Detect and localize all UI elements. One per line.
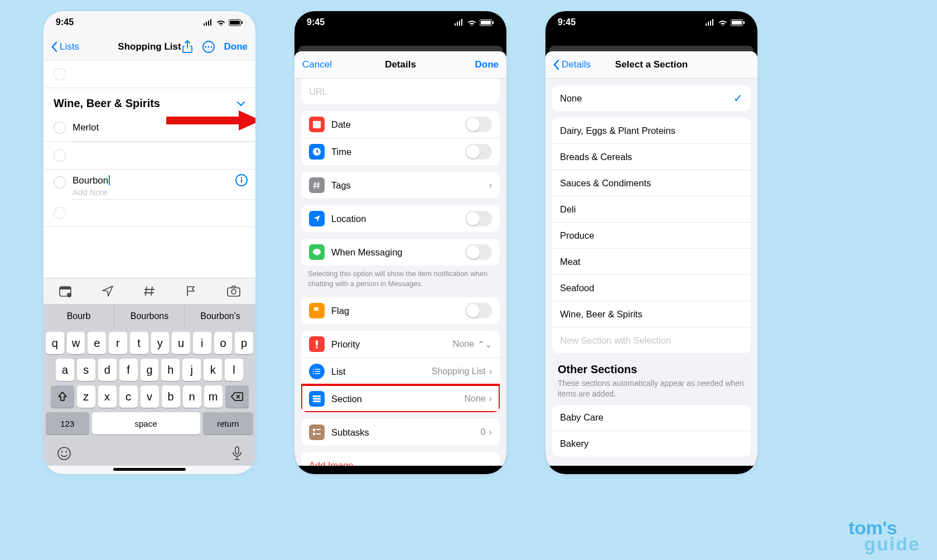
key-e[interactable]: e (88, 332, 106, 354)
section-option[interactable]: Dairy, Eggs & Plant Proteins (552, 118, 751, 143)
more-icon[interactable] (202, 40, 215, 54)
svg-point-4 (205, 46, 206, 48)
key-c[interactable]: c (119, 385, 138, 408)
key-x[interactable]: x (98, 385, 117, 408)
key-v[interactable]: v (141, 385, 159, 408)
editing-item[interactable]: Bourbon Add Note (44, 170, 255, 199)
dictation-icon[interactable] (232, 446, 242, 461)
section-option[interactable]: Meat (552, 248, 751, 274)
key-n[interactable]: n (183, 385, 201, 408)
section-option[interactable]: Deli (552, 196, 751, 222)
key-y[interactable]: y (151, 332, 170, 354)
svg-rect-2 (242, 21, 243, 24)
section-option[interactable]: Wine, Beer & Spirits (552, 301, 751, 327)
svg-rect-19 (235, 447, 239, 454)
camera-icon[interactable] (227, 286, 240, 297)
section-option[interactable]: Breads & Cereals (552, 143, 751, 170)
svg-marker-10 (166, 110, 255, 131)
flag-row[interactable]: Flag (301, 297, 500, 324)
key-w[interactable]: w (67, 332, 85, 354)
add-image-row[interactable]: Add Image (301, 452, 500, 466)
other-section-option[interactable]: Bakery (552, 431, 751, 457)
return-key[interactable]: return (203, 412, 254, 435)
svg-point-13 (67, 293, 71, 297)
suggestion[interactable]: Bourbon's (185, 304, 255, 329)
toggle[interactable] (465, 211, 492, 226)
delete-key[interactable] (225, 385, 249, 408)
space-key[interactable]: space (92, 412, 200, 435)
toggle[interactable] (465, 303, 492, 318)
priority-row[interactable]: PriorityNone ⌃⌄ (301, 331, 500, 358)
key-d[interactable]: d (98, 359, 117, 381)
section-option[interactable]: Sauces & Condiments (552, 170, 751, 196)
toggle[interactable] (465, 144, 492, 160)
messaging-row[interactable]: When Messaging (301, 239, 500, 265)
location-icon[interactable] (102, 285, 114, 297)
key-a[interactable]: a (56, 359, 74, 381)
emoji-icon[interactable] (57, 446, 71, 461)
section-option[interactable]: Produce (552, 222, 751, 248)
svg-rect-32 (313, 398, 321, 400)
nav-bar: Lists Shopping List Done (44, 33, 255, 61)
flag-icon[interactable] (185, 285, 197, 297)
numbers-key[interactable]: 123 (46, 412, 89, 435)
key-z[interactable]: z (77, 385, 95, 408)
done-button[interactable]: Done (475, 59, 499, 70)
svg-point-28 (313, 369, 314, 370)
chevron-right-icon: › (489, 180, 492, 190)
suggestion[interactable]: Bourb (44, 304, 114, 329)
time-row[interactable]: Time (301, 138, 500, 165)
section-row[interactable]: SectionNone › (301, 385, 500, 412)
key-k[interactable]: k (204, 359, 222, 381)
svg-rect-26 (316, 340, 318, 346)
svg-rect-9 (241, 179, 242, 183)
empty-new-item[interactable] (44, 142, 255, 169)
key-h[interactable]: h (161, 359, 180, 381)
list-row[interactable]: ListShopping List › (301, 358, 500, 385)
subtasks-row[interactable]: Subtasks0 › (301, 419, 500, 446)
empty-new-item[interactable] (44, 61, 255, 88)
date-row[interactable]: Date (301, 111, 500, 138)
calendar-icon[interactable] (59, 285, 72, 297)
svg-point-6 (210, 46, 212, 48)
key-f[interactable]: f (119, 359, 138, 381)
section-option[interactable]: Seafood (552, 274, 751, 301)
url-field[interactable]: URL (301, 79, 500, 104)
share-icon[interactable] (182, 40, 193, 54)
keyboard: qwertyuiop asdfghjkl zxcvbnm 123 space r… (44, 329, 255, 441)
done-button[interactable]: Done (224, 41, 248, 52)
back-button[interactable]: Details (553, 59, 591, 70)
key-m[interactable]: m (204, 385, 223, 408)
toggle[interactable] (465, 244, 492, 260)
other-section-option[interactable]: Baby Care (552, 405, 751, 431)
tags-row[interactable]: Tags› (301, 172, 500, 199)
section-none[interactable]: None✓ (552, 85, 751, 111)
phone-select-section: 9:45 Details Select a Section No (545, 11, 757, 474)
key-g[interactable]: g (141, 359, 159, 381)
back-button[interactable]: Lists (51, 41, 79, 52)
key-t[interactable]: t (130, 332, 148, 354)
svg-point-29 (313, 371, 314, 372)
key-s[interactable]: s (77, 359, 95, 381)
hashtag-icon[interactable] (143, 285, 156, 297)
new-section: New Section with Selection (552, 327, 751, 353)
messaging-footer: Selecting this option will show the item… (294, 265, 506, 288)
key-r[interactable]: r (109, 332, 127, 354)
info-icon[interactable] (235, 174, 248, 186)
key-l[interactable]: l (225, 359, 243, 381)
location-row[interactable]: Location (301, 205, 500, 232)
other-sections-subtitle: These sections automatically appear as n… (545, 377, 757, 399)
key-o[interactable]: o (214, 332, 233, 354)
key-p[interactable]: p (235, 332, 253, 354)
key-u[interactable]: u (172, 332, 190, 354)
empty-new-item[interactable] (44, 200, 255, 226)
key-j[interactable]: j (182, 359, 201, 381)
toggle[interactable] (465, 117, 492, 132)
key-i[interactable]: i (193, 332, 211, 354)
suggestion[interactable]: Bourbons (114, 304, 185, 329)
key-q[interactable]: q (46, 332, 64, 354)
shift-key[interactable] (51, 385, 74, 408)
cancel-button[interactable]: Cancel (302, 59, 332, 70)
key-b[interactable]: b (162, 385, 180, 408)
add-note-placeholder[interactable]: Add Note (73, 187, 245, 197)
